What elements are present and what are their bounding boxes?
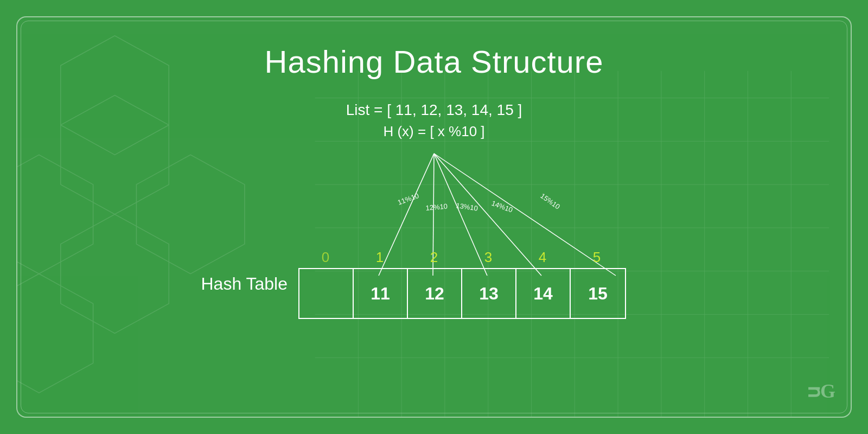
hash-table-section: Hash Table 0 1 2 3 4 5 11 12 13 14 15 — [190, 249, 678, 319]
cell-1: 11 — [354, 269, 408, 318]
hash-table-label: Hash Table — [190, 274, 298, 294]
svg-text:ᴝG: ᴝG — [807, 380, 835, 402]
table-container: 0 1 2 3 4 5 11 12 13 14 15 — [298, 249, 626, 319]
hash-formula: H (x) = [ x %10 ] — [383, 123, 484, 140]
svg-text:13%10: 13%10 — [456, 201, 478, 212]
cell-4: 14 — [516, 269, 571, 318]
svg-text:14%10: 14%10 — [490, 199, 514, 214]
svg-marker-3 — [17, 274, 93, 393]
cell-2: 12 — [408, 269, 462, 318]
index-row: 0 1 2 3 4 5 — [298, 249, 624, 266]
cell-3: 13 — [462, 269, 516, 318]
index-1: 1 — [353, 249, 407, 266]
index-5: 5 — [570, 249, 624, 266]
diagram-area: 11%10 12%10 13%10 14%10 15%10 Hash Table… — [190, 145, 678, 319]
gfg-logo: ᴝG — [806, 380, 835, 407]
main-container: Hashing Data Structure List = [ 11, 12, … — [16, 16, 852, 418]
index-0: 0 — [298, 249, 353, 266]
cell-5: 15 — [571, 269, 625, 318]
svg-marker-0 — [61, 95, 169, 214]
index-2: 2 — [407, 249, 461, 266]
cells-row: 11 12 13 14 15 — [298, 268, 626, 319]
list-formula: List = [ 11, 12, 13, 14, 15 ] — [346, 101, 522, 119]
svg-text:12%10: 12%10 — [425, 202, 448, 212]
cell-0 — [299, 269, 354, 318]
page-title: Hashing Data Structure — [265, 43, 604, 80]
svg-marker-5 — [61, 36, 169, 155]
svg-marker-1 — [17, 155, 93, 273]
index-4: 4 — [515, 249, 570, 266]
svg-text:15%10: 15%10 — [539, 192, 561, 211]
svg-marker-2 — [61, 214, 169, 333]
index-3: 3 — [461, 249, 515, 266]
svg-text:11%10: 11%10 — [397, 192, 420, 207]
